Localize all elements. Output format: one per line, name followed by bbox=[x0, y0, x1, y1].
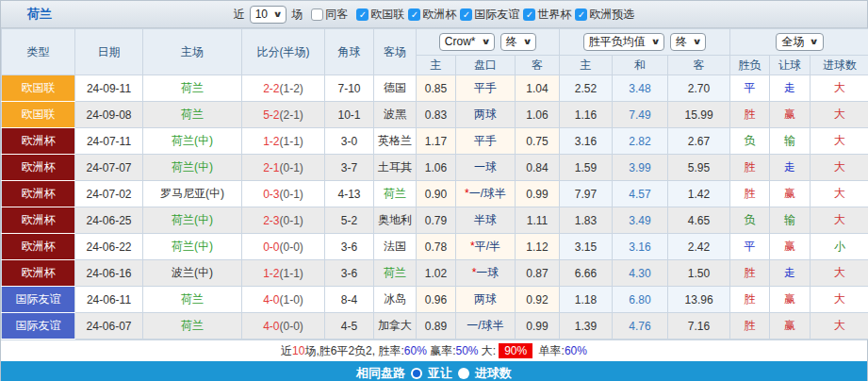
euro-away-odds: 15.99 bbox=[668, 102, 730, 128]
goals-option-label[interactable]: 进球数 bbox=[475, 365, 512, 381]
match-date: 24-09-11 bbox=[75, 75, 143, 102]
goals-result-cell: 小 bbox=[811, 234, 868, 260]
type-badge: 欧洲杯 bbox=[2, 155, 75, 181]
ah-away-odds: 1.12 bbox=[516, 234, 560, 260]
competition-label[interactable]: 欧国联 bbox=[370, 7, 404, 23]
corner-count: 3-6 bbox=[325, 260, 374, 287]
score-cell: 2-3(0-1) bbox=[242, 207, 325, 234]
match-date: 24-09-08 bbox=[75, 102, 143, 128]
summary-text: 10 bbox=[292, 344, 304, 357]
goals-radio[interactable] bbox=[458, 368, 469, 379]
euro-away-odds: 1.50 bbox=[668, 260, 730, 287]
handicap-line: 两球 bbox=[456, 102, 516, 128]
summary-text: 近 bbox=[281, 343, 292, 359]
result-cell: 胜 bbox=[730, 155, 770, 181]
corner-count: 3-0 bbox=[325, 128, 374, 155]
match-date: 24-06-22 bbox=[75, 234, 143, 260]
euro-away-odds: 13.96 bbox=[668, 287, 730, 313]
europe-odds-type-select[interactable]: 胜平负均值∨ bbox=[583, 33, 664, 51]
chevron-down-icon: ∨ bbox=[522, 35, 532, 49]
corner-count: 3-6 bbox=[325, 234, 374, 260]
handicap-result-cell: 走 bbox=[770, 75, 811, 102]
summary-text: 50% bbox=[455, 344, 478, 357]
match-date: 24-06-11 bbox=[75, 287, 143, 313]
competition-label[interactable]: 世界杯 bbox=[537, 7, 571, 23]
competition-label[interactable]: 欧洲杯 bbox=[422, 7, 456, 23]
asian-time-select[interactable]: 终∨ bbox=[500, 33, 536, 51]
table-row: 欧洲杯24-07-07荷兰(中)2-1(0-1)3-7土耳其1.06一球0.84… bbox=[2, 155, 868, 181]
competition-checkbox[interactable]: ✓ bbox=[575, 8, 587, 21]
goals-result-cell: 大 bbox=[811, 102, 868, 128]
home-team: 荷兰 bbox=[143, 75, 242, 102]
home-team: 荷兰(中) bbox=[143, 234, 242, 260]
competition-label[interactable]: 欧洲预选 bbox=[589, 7, 634, 23]
result-cell: 胜 bbox=[730, 287, 770, 313]
euro-draw-odds: 2.82 bbox=[613, 128, 668, 155]
home-team: 罗马尼亚(中) bbox=[143, 181, 242, 207]
home-team: 波兰(中) bbox=[143, 260, 242, 287]
result-cell: 胜 bbox=[730, 313, 770, 340]
euro-draw-odds: 3.99 bbox=[613, 155, 668, 181]
handicap-line: 平手 bbox=[456, 75, 516, 102]
competition-checkbox[interactable]: ✓ bbox=[408, 8, 420, 21]
match-date: 24-06-25 bbox=[75, 207, 143, 234]
home-team: 荷兰(中) bbox=[143, 128, 242, 155]
recent-count-select[interactable]: 10∨ bbox=[250, 6, 287, 24]
euro-away-odds: 4.65 bbox=[668, 207, 730, 234]
away-team: 冰岛 bbox=[374, 287, 417, 313]
competition-filters: ✓欧国联✓欧洲杯✓国际友谊✓世界杯✓欧洲预选 bbox=[352, 7, 634, 23]
ah-away-odds: 0.75 bbox=[516, 128, 560, 155]
corner-count: 10-1 bbox=[325, 102, 374, 128]
result-cell: 负 bbox=[730, 128, 770, 155]
score-cell: 1-2(1-1) bbox=[242, 260, 325, 287]
handicap-line: *平/半 bbox=[456, 234, 516, 260]
asian-handicap-radio[interactable] bbox=[411, 368, 422, 379]
away-team: 法国 bbox=[374, 234, 417, 260]
ah-home-odds: 0.96 bbox=[417, 287, 456, 313]
match-date: 24-06-16 bbox=[75, 260, 143, 287]
bookmaker-select[interactable]: Crow*∨ bbox=[439, 33, 495, 51]
euro-draw-odds: 7.49 bbox=[613, 102, 668, 128]
corner-count: 7-10 bbox=[325, 75, 374, 102]
trend-options: 亚让进球数 bbox=[411, 365, 512, 381]
same-away-label[interactable]: 同客 bbox=[325, 7, 348, 23]
competition-checkbox[interactable]: ✓ bbox=[523, 8, 535, 21]
chevron-down-icon: ∨ bbox=[650, 35, 660, 49]
match-date: 24-06-07 bbox=[75, 313, 143, 340]
same-away-checkbox[interactable] bbox=[311, 8, 323, 21]
goals-result-cell: 大 bbox=[811, 207, 868, 234]
scope-select[interactable]: 全场∨ bbox=[776, 33, 823, 51]
handicap-result-cell: 赢 bbox=[770, 181, 811, 207]
ah-home-odds: 0.79 bbox=[417, 207, 456, 234]
table-row: 欧国联24-09-11荷兰2-2(1-2)7-10德国0.85平手1.042.5… bbox=[2, 75, 868, 102]
competition-checkbox[interactable]: ✓ bbox=[460, 8, 472, 21]
matches-label: 场 bbox=[291, 7, 303, 23]
europe-time-select[interactable]: 终∨ bbox=[670, 33, 706, 51]
euro-home-odds: 1.18 bbox=[560, 287, 613, 313]
away-team: 荷兰 bbox=[374, 260, 417, 287]
handicap-result-cell: 走 bbox=[770, 155, 811, 181]
summary-text: 大: bbox=[479, 343, 497, 359]
euro-draw-odds: 3.49 bbox=[613, 207, 668, 234]
type-badge: 欧国联 bbox=[2, 75, 75, 102]
type-badge: 欧洲杯 bbox=[2, 260, 75, 287]
euro-draw-odds: 6.80 bbox=[613, 287, 668, 313]
handicap-result-cell: 赢 bbox=[770, 102, 811, 128]
competition-checkbox[interactable]: ✓ bbox=[356, 8, 368, 21]
ah-away-odds: 0.99 bbox=[516, 313, 560, 340]
chevron-down-icon: ∨ bbox=[481, 35, 490, 49]
type-badge: 欧洲杯 bbox=[2, 234, 75, 260]
type-badge: 欧洲杯 bbox=[2, 128, 75, 155]
corner-count: 5-2 bbox=[325, 207, 374, 234]
euro-draw-odds: 3.16 bbox=[613, 234, 668, 260]
euro-home-odds: 1.39 bbox=[560, 313, 613, 340]
competition-label[interactable]: 国际友谊 bbox=[474, 7, 519, 23]
euro-draw-odds: 3.48 bbox=[613, 75, 668, 102]
goals-result-cell: 大 bbox=[811, 287, 868, 313]
ah-away-odds: 1.04 bbox=[516, 75, 560, 102]
euro-home-odds: 6.66 bbox=[560, 260, 613, 287]
corner-count: 4-13 bbox=[325, 181, 374, 207]
euro-home-odds: 3.16 bbox=[560, 128, 613, 155]
asian-handicap-option-label[interactable]: 亚让 bbox=[428, 365, 452, 381]
col-header-type: 类型 bbox=[2, 29, 75, 75]
